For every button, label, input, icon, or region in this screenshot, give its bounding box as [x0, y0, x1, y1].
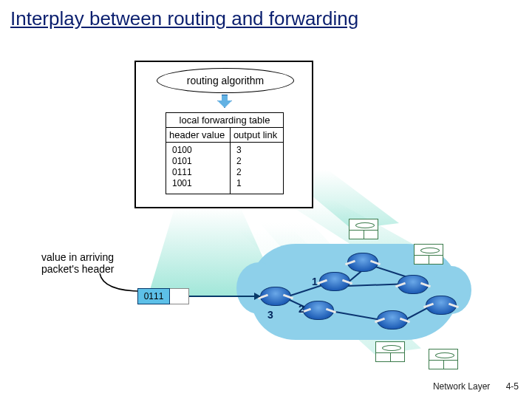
table-row: 3: [236, 145, 277, 156]
forwarding-table-title: local forwarding table: [166, 113, 283, 128]
packet-arrow-icon: [189, 296, 260, 297]
router-icon: [260, 287, 291, 306]
port-label-1: 1: [312, 276, 318, 287]
mini-table-icon: [375, 341, 405, 362]
packet-header-value: 0111: [137, 288, 170, 304]
router-icon: [347, 253, 378, 272]
footer-chapter: Network Layer: [433, 381, 490, 392]
col-header-value: header value: [166, 128, 231, 142]
router-icon: [319, 272, 350, 291]
port-label-3: 3: [267, 309, 273, 321]
mini-table-icon: [349, 219, 378, 239]
slide-footer: Network Layer 4-5: [433, 381, 519, 392]
table-row: 1: [236, 178, 277, 189]
col-output-link: output link: [231, 128, 283, 142]
router-icon: [303, 301, 334, 320]
mini-table-icon: [429, 349, 458, 369]
forwarding-table-body: 0100 0101 0111 1001 3 2 2 1: [166, 143, 283, 194]
table-row: 0111: [172, 167, 224, 178]
routing-box: routing algorithm local forwarding table…: [134, 61, 313, 208]
table-row: 2: [236, 167, 277, 178]
slide-title: Interplay between routing and forwarding: [0, 0, 532, 30]
table-row: 2: [236, 156, 277, 167]
forwarding-table: local forwarding table header value outp…: [166, 112, 284, 194]
port-label-2: 2: [299, 303, 304, 315]
mini-table-icon: [414, 244, 443, 265]
table-row: 0100: [172, 145, 224, 156]
arriving-packet: 0111: [137, 288, 189, 304]
routing-algorithm-node: routing algorithm: [157, 68, 294, 93]
router-icon: [426, 296, 457, 315]
footer-page: 4-5: [506, 381, 519, 392]
forwarding-table-header: header value output link: [166, 128, 283, 143]
table-row: 0101: [172, 156, 224, 167]
down-arrow-icon: [217, 95, 232, 108]
table-row: 1001: [172, 178, 224, 189]
router-icon: [398, 275, 429, 294]
packet-body: [170, 288, 189, 304]
router-icon: [377, 310, 408, 330]
routing-algorithm-label: routing algorithm: [187, 75, 264, 86]
